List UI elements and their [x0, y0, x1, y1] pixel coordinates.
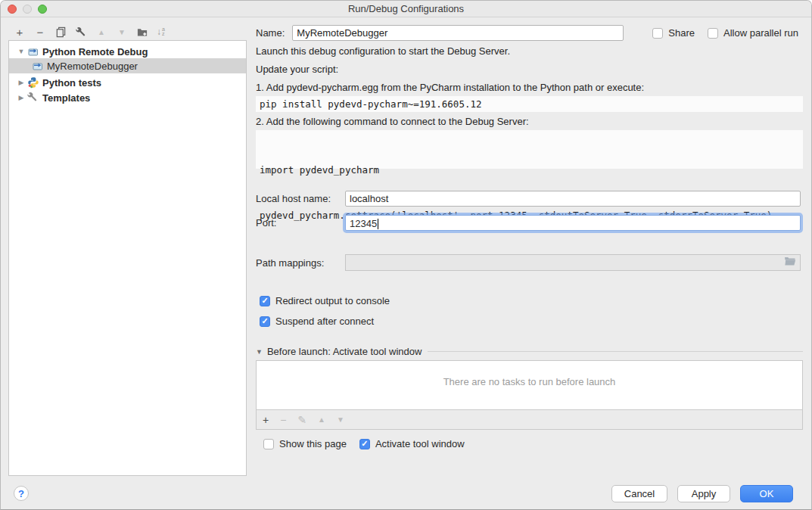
copy-configuration-icon[interactable]: [54, 26, 67, 38]
tree-item-label: Python Remote Debug: [42, 46, 148, 58]
window-title: Run/Debug Configurations: [1, 1, 811, 17]
sort-configurations-icon[interactable]: ↓ az: [157, 26, 165, 37]
before-launch-empty-text: There are no tasks to run before launch: [257, 376, 802, 387]
local-host-label: Local host name:: [256, 193, 345, 204]
section-divider: [428, 351, 803, 352]
footer-buttons: Cancel Apply OK: [611, 485, 793, 502]
add-task-icon[interactable]: +: [263, 414, 269, 426]
move-task-down-icon: ▼: [337, 415, 344, 424]
path-mappings-row: Path mappings:: [256, 254, 801, 271]
zoom-window-button[interactable]: [38, 5, 47, 14]
move-down-icon: ▼: [116, 26, 128, 38]
tree-item-python-remote-debug[interactable]: ▼ Python Remote Debug: [9, 44, 246, 59]
tree-item-label: MyRemoteDebugger: [47, 61, 138, 72]
name-label: Name:: [256, 27, 285, 39]
before-launch-task-list: There are no tasks to run before launch: [256, 360, 803, 410]
before-launch-header[interactable]: ▼ Before launch: Activate tool window: [256, 346, 803, 357]
new-folder-icon[interactable]: [136, 26, 148, 38]
suspend-after-connect-label: Suspend after connect: [275, 316, 374, 327]
instruction-line-2: Update your script:: [256, 64, 338, 75]
settrace-code: import pydevd_pycharm pydevd_pycharm.set…: [256, 130, 803, 169]
suspend-after-connect-row: ✓ Suspend after connect: [260, 316, 374, 327]
allow-parallel-run-checkbox[interactable]: [708, 28, 718, 39]
tree-item-python-tests[interactable]: ▶ Python tests: [9, 75, 246, 90]
allow-parallel-run-label: Allow parallel run: [723, 27, 798, 39]
show-this-page-checkbox[interactable]: [263, 439, 274, 449]
wrench-icon: [27, 92, 39, 104]
before-launch-title: Before launch: Activate tool window: [267, 346, 422, 357]
edit-task-icon: ✎: [297, 414, 306, 426]
move-task-up-icon: ▲: [318, 415, 325, 424]
cancel-button[interactable]: Cancel: [611, 485, 667, 502]
move-up-icon: ▲: [95, 26, 107, 38]
share-label: Share: [668, 27, 695, 39]
page-options-row: Show this page ✓ Activate tool window: [263, 438, 465, 449]
close-window-button[interactable]: [8, 5, 17, 14]
settrace-code-line-1: import pydevd_pycharm: [260, 163, 803, 178]
port-value: 12345: [350, 218, 377, 229]
instruction-line-1: Launch this debug configuration to start…: [256, 45, 510, 57]
suspend-after-connect-checkbox[interactable]: ✓: [260, 316, 270, 327]
share-checkbox[interactable]: [652, 28, 663, 39]
before-launch-toolbar: + − ✎ ▲ ▼: [256, 409, 803, 430]
expanded-twistie-icon[interactable]: ▼: [256, 348, 263, 356]
instruction-step-1: 1. Add pydevd-pycharm.egg from the PyCha…: [256, 82, 644, 93]
apply-button[interactable]: Apply: [677, 485, 730, 502]
local-host-input[interactable]: [345, 191, 801, 207]
window-controls: [8, 5, 47, 14]
configurations-tree: ▼ Python Remote Debug MyRemoteDebugger: [8, 40, 247, 476]
port-row: Port: 12345: [256, 215, 801, 231]
show-this-page-label: Show this page: [279, 438, 347, 449]
help-icon: ?: [18, 488, 24, 499]
name-input[interactable]: [292, 25, 624, 41]
python-tests-icon: [27, 76, 39, 89]
add-configuration-icon[interactable]: +: [14, 26, 26, 38]
port-input[interactable]: 12345: [345, 215, 801, 231]
browse-folder-icon[interactable]: [784, 257, 796, 269]
remote-debug-icon: [32, 60, 44, 72]
tree-item-myremotedebugger[interactable]: MyRemoteDebugger: [9, 58, 246, 73]
pip-install-code: pip install pydevd-pycharm~=191.6605.12: [256, 96, 803, 112]
path-mappings-input: [345, 254, 801, 271]
tree-item-label: Python tests: [42, 77, 101, 89]
tree-item-label: Templates: [42, 92, 90, 104]
help-button[interactable]: ?: [14, 486, 29, 501]
port-label: Port:: [256, 217, 345, 229]
remove-task-icon: −: [280, 414, 286, 426]
minimize-window-button: [23, 5, 32, 14]
redirect-output-checkbox[interactable]: ✓: [260, 296, 270, 306]
collapsed-twistie-icon[interactable]: ▶: [17, 79, 26, 86]
redirect-output-row: ✓ Redirect output to console: [260, 295, 390, 306]
configurations-toolbar: + − ▲ ▼ ↓ az: [14, 25, 165, 39]
collapsed-twistie-icon[interactable]: ▶: [17, 94, 26, 101]
remote-debug-icon: [27, 45, 39, 58]
redirect-output-label: Redirect output to console: [275, 295, 390, 306]
run-debug-configurations-dialog: Run/Debug Configurations + − ▲ ▼ ↓: [0, 0, 812, 510]
title-bar: Run/Debug Configurations: [1, 1, 811, 17]
name-row: Name: Share Allow parallel run: [256, 25, 804, 41]
text-caret: [378, 219, 378, 229]
expanded-twistie-icon[interactable]: ▼: [17, 48, 26, 55]
ok-button[interactable]: OK: [740, 485, 793, 502]
local-host-row: Local host name:: [256, 191, 801, 207]
instruction-step-2: 2. Add the following command to connect …: [256, 116, 529, 127]
remove-configuration-icon[interactable]: −: [34, 26, 46, 38]
tree-item-templates[interactable]: ▶ Templates: [9, 90, 246, 105]
activate-tool-window-label: Activate tool window: [375, 438, 465, 449]
edit-templates-icon[interactable]: [75, 26, 87, 38]
path-mappings-label: Path mappings:: [256, 257, 345, 269]
activate-tool-window-checkbox[interactable]: ✓: [359, 439, 370, 449]
